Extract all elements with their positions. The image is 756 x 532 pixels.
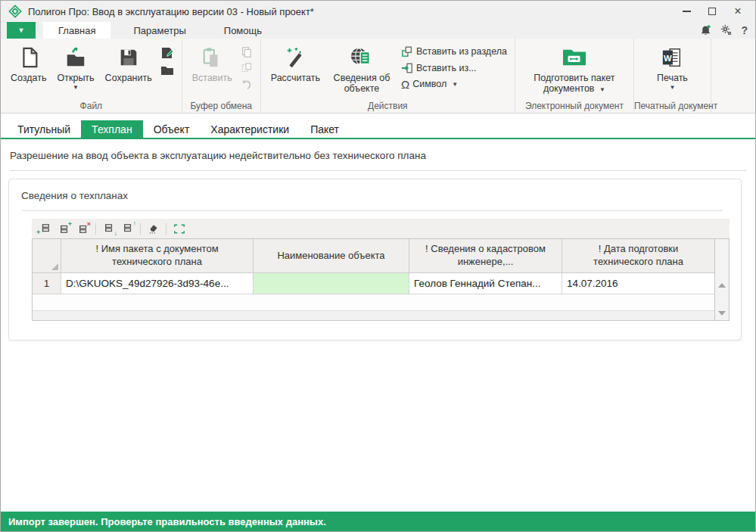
- insert-from-section-icon: [401, 45, 413, 58]
- techplans-panel: Сведения о техпланах + + ×: [8, 179, 742, 341]
- move-up-icon: [123, 223, 133, 234]
- move-row-up-button[interactable]: ↑: [119, 221, 136, 236]
- app-menu-button[interactable]: ▼: [7, 22, 36, 39]
- ribbon-tab-help[interactable]: Помощь: [209, 22, 277, 39]
- save-as-button[interactable]: [159, 46, 176, 60]
- chevron-down-icon: ▼: [18, 26, 25, 34]
- cell-engineer[interactable]: Геолов Геннадий Степан...: [409, 273, 562, 294]
- add-row-icon: [40, 223, 51, 234]
- paste-button: Вставить: [187, 40, 238, 83]
- cell-package-path[interactable]: D:\GKUOKS_49d27926-3d93-46e...: [61, 273, 254, 294]
- insert-from-button[interactable]: Вставить из...: [400, 62, 509, 74]
- new-button[interactable]: Создать: [5, 40, 52, 83]
- info-separator: [10, 170, 746, 171]
- dropdown-arrow-icon: ▼: [669, 85, 675, 91]
- move-down-icon: [104, 223, 114, 234]
- delete-row-button[interactable]: ×: [74, 221, 92, 236]
- omega-icon: Ω: [401, 79, 409, 90]
- dropdown-arrow-icon: ▼: [599, 86, 605, 93]
- save-as-icon: [160, 46, 174, 60]
- techplans-table: ! Имя пакета с документом технического п…: [32, 238, 730, 321]
- table-toolbar: + + × ↓ ↑: [32, 219, 730, 238]
- window-title: Полигон Про: Ввод в эксплуатацию версии …: [28, 6, 314, 17]
- ribbon: Создать Открыть ▼ Сохранить: [1, 39, 755, 114]
- undo-icon: [241, 78, 253, 90]
- status-message: Импорт завершен. Проверьте правильность …: [8, 516, 326, 527]
- tab-object[interactable]: Объект: [143, 120, 201, 138]
- symbol-button[interactable]: Ω Символ ▼: [400, 79, 509, 90]
- row-number-cell[interactable]: 1: [33, 273, 61, 294]
- group-label-actions: Действия: [261, 101, 515, 111]
- eraser-icon: [148, 223, 159, 235]
- paste-special-button: [239, 62, 254, 74]
- close-button[interactable]: ×: [725, 2, 751, 20]
- minimize-icon: [683, 11, 691, 12]
- calculate-button[interactable]: Рассчитать: [266, 40, 325, 83]
- minimize-button[interactable]: [674, 2, 699, 20]
- ribbon-tab-parameters[interactable]: Параметры: [118, 22, 201, 39]
- ribbon-group-actions: Рассчитать Сведения об объекте: [261, 39, 515, 113]
- panel-title: Сведения о техпланах: [9, 179, 741, 201]
- ribbon-group-clipboard: Вставить Буфер обмена: [182, 39, 261, 113]
- group-label-edoc: Электронный документ: [515, 101, 633, 111]
- group-label-file: Файл: [1, 101, 182, 111]
- group-label-print: Печатный документ: [634, 101, 711, 111]
- table-corner-cell[interactable]: [33, 239, 61, 273]
- toolbar-separator: [140, 223, 141, 235]
- insert-row-button[interactable]: +: [55, 221, 73, 236]
- bell-icon: [699, 24, 712, 37]
- scroll-down-icon[interactable]: [718, 311, 726, 316]
- status-bar: Импорт завершен. Проверьте правильность …: [1, 512, 755, 531]
- maximize-icon: [708, 8, 716, 15]
- print-button[interactable]: W Печать ▼: [649, 40, 695, 91]
- ribbon-tab-home[interactable]: Главная: [43, 22, 110, 39]
- question-icon: ?: [741, 24, 748, 36]
- close-project-button[interactable]: [159, 64, 176, 77]
- help-button[interactable]: ?: [741, 24, 748, 36]
- column-header-engineer[interactable]: ! Сведения о кадастровом инженере,...: [409, 239, 562, 273]
- clear-button[interactable]: [145, 221, 162, 236]
- object-info-button[interactable]: Сведения об объекте: [325, 40, 398, 95]
- title-bar: Полигон Про: Ввод в эксплуатацию версии …: [1, 1, 755, 22]
- horizontal-scrollbar[interactable]: [33, 311, 714, 320]
- panel-separator: [21, 210, 723, 211]
- undo-button: [239, 78, 254, 90]
- column-header-package[interactable]: ! Имя пакета с документом технического п…: [61, 239, 254, 273]
- tab-titulny[interactable]: Титульный: [7, 120, 81, 138]
- cell-object-name[interactable]: [254, 273, 409, 294]
- save-button[interactable]: Сохранить: [100, 40, 157, 83]
- save-icon: [117, 44, 140, 71]
- expand-table-button[interactable]: [170, 221, 188, 236]
- group-label-clipboard: Буфер обмена: [182, 101, 260, 111]
- add-row-button[interactable]: +: [36, 221, 54, 236]
- app-logo-icon: [8, 5, 22, 18]
- insert-from-section-button[interactable]: Вставить из раздела: [400, 45, 509, 58]
- column-header-object-name[interactable]: Наименование объекта: [254, 239, 409, 273]
- open-button[interactable]: Открыть ▼: [52, 40, 100, 91]
- table-empty-area: [33, 294, 714, 311]
- dropdown-arrow-icon: ▼: [73, 85, 79, 91]
- new-document-icon: [17, 44, 40, 71]
- svg-text:W: W: [664, 54, 672, 63]
- scroll-up-icon[interactable]: [718, 283, 726, 288]
- dropdown-arrow-icon: ▼: [452, 81, 458, 89]
- document-tabs-bar: Титульный Техплан Объект Характеристики …: [1, 114, 755, 139]
- prepare-package-button[interactable]: Подготовить пакет документов ▼: [520, 40, 629, 95]
- paste-special-icon: [241, 62, 253, 74]
- move-row-down-button[interactable]: ↓: [100, 221, 117, 236]
- tab-techplan[interactable]: Техплан: [81, 120, 143, 138]
- tab-packet[interactable]: Пакет: [300, 120, 350, 138]
- folder-icon: [160, 64, 174, 77]
- cell-date[interactable]: 14.07.2016: [562, 273, 714, 294]
- settings-button[interactable]: [720, 24, 733, 36]
- vertical-scrollbar[interactable]: [714, 239, 729, 320]
- maximize-button[interactable]: [699, 2, 725, 20]
- copy-button: [239, 46, 254, 58]
- notifications-button[interactable]: [699, 24, 712, 37]
- app-window: Полигон Про: Ввод в эксплуатацию версии …: [0, 0, 756, 532]
- tab-characteristics[interactable]: Характеристики: [200, 120, 300, 138]
- open-folder-icon: [64, 44, 87, 71]
- ribbon-group-edoc: Подготовить пакет документов ▼ Электронн…: [515, 39, 634, 113]
- column-header-date[interactable]: ! Дата подготовки технического плана: [562, 239, 714, 273]
- gear-icon: [720, 24, 733, 36]
